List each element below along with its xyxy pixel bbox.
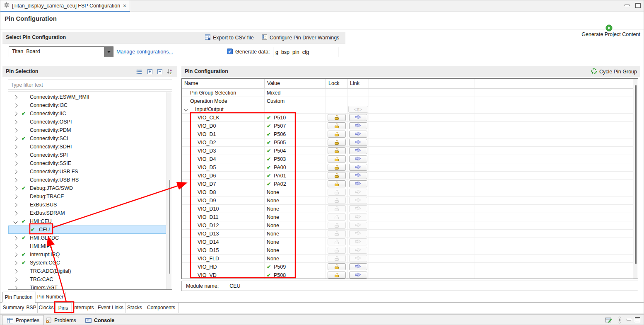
board-combobox[interactable]: Titan_Board (9, 46, 113, 57)
table-scrollbar[interactable] (633, 79, 638, 279)
manage-configurations-link[interactable]: Manage configurations... (116, 46, 173, 57)
tree-item-ceu[interactable]: ✔CEU (8, 226, 166, 234)
list-icon[interactable] (135, 68, 142, 75)
export-to-csv-button[interactable]: Export to CSV file (205, 33, 254, 42)
chevron-right-icon[interactable] (14, 194, 18, 199)
lock-button[interactable] (328, 131, 346, 138)
chevron-right-icon[interactable] (14, 145, 18, 149)
tab-stacks[interactable]: Stacks (125, 303, 144, 313)
tree-item-connectivity-i3c[interactable]: Connectivity:I3C (8, 101, 166, 109)
tree-item-timers-agt[interactable]: Timers:AGT (8, 284, 166, 290)
chevron-right-icon[interactable] (14, 211, 18, 215)
lock-button[interactable] (328, 164, 346, 171)
open-console-icon[interactable] (605, 317, 613, 325)
link-button[interactable] (349, 147, 367, 154)
tree-item-interrupt-irq[interactable]: ✔Interrupt:IRQ (8, 250, 166, 259)
tree-item-connectivity-spi[interactable]: Connectivity:SPI (8, 151, 166, 159)
tab-pin-function[interactable]: Pin Function (2, 292, 35, 303)
tree-item-exbus-bus[interactable]: ExBus:BUS (8, 201, 166, 209)
tree-item-connectivity-iic[interactable]: ✔Connectivity:IIC (8, 109, 166, 118)
chevron-right-icon[interactable] (14, 236, 18, 240)
chevron-right-icon[interactable] (14, 95, 18, 99)
chevron-right-icon[interactable] (14, 186, 18, 190)
chevron-right-icon[interactable] (14, 112, 18, 116)
link-button[interactable] (349, 272, 367, 279)
editor-tab-fsp-configuration[interactable]: [Titan_display_camera_ceu] FSP Configura… (0, 0, 130, 12)
tree-scrollbar[interactable] (166, 92, 172, 289)
link-button[interactable] (349, 122, 367, 129)
chevron-right-icon[interactable] (14, 269, 18, 273)
chevron-right-icon[interactable] (14, 277, 18, 281)
link-button[interactable] (349, 139, 367, 146)
close-icon[interactable]: × (123, 3, 126, 9)
link-button[interactable] (349, 263, 367, 270)
chevron-right-icon[interactable] (14, 161, 18, 165)
expand-all-icon[interactable] (146, 68, 153, 75)
tree-scrollbar-thumb[interactable] (169, 180, 170, 274)
tree-item-debug-jtag-swd[interactable]: ✔Debug:JTAG/SWD (8, 184, 166, 192)
lock-button[interactable] (328, 155, 346, 162)
tree-item-trg-adc-digital[interactable]: TRG:ADC(Digital) (8, 267, 166, 275)
tab-bsp[interactable]: BSP (25, 303, 38, 313)
play-icon[interactable] (605, 24, 613, 32)
tree-item-connectivity-ospi[interactable]: Connectivity:OSPI (8, 118, 166, 126)
tab-clocks[interactable]: Clocks (38, 303, 55, 313)
chevron-right-icon[interactable] (14, 128, 18, 132)
tab-event-links[interactable]: Event Links (96, 303, 125, 313)
lock-button[interactable] (328, 180, 346, 187)
lock-button[interactable] (328, 172, 346, 179)
tree-item-debug-trace[interactable]: Debug:TRACE (8, 192, 166, 201)
lock-button[interactable] (328, 139, 346, 146)
tab-interrupts[interactable]: Interrupts (71, 303, 96, 313)
tab-pins[interactable]: Pins (55, 303, 71, 313)
chevron-right-icon[interactable] (14, 136, 18, 141)
combo-dropdown-icon[interactable] (104, 47, 113, 57)
link-button[interactable] (349, 172, 367, 179)
chevron-right-icon[interactable] (14, 244, 18, 248)
chevron-right-icon[interactable] (14, 286, 18, 290)
generate-data-checkbox[interactable]: ✔ (227, 49, 233, 54)
tree-item-hmi-mipi[interactable]: HMI:MIPI (8, 242, 166, 250)
link-button[interactable] (349, 114, 367, 121)
chevron-down-icon[interactable] (14, 219, 18, 223)
tree-item-connectivity-sdhi[interactable]: Connectivity:SDHI (8, 143, 166, 151)
link-button[interactable] (349, 180, 367, 187)
tree-item-hmi-glcdc[interactable]: ✔HMI:GLCDC (8, 234, 166, 242)
tab-problems[interactable]: Problems (41, 315, 80, 325)
chevron-down-icon[interactable] (184, 107, 188, 112)
configure-pin-driver-warnings-button[interactable]: Configure Pin Driver Warnings (261, 33, 339, 42)
minimize-view-icon[interactable] (627, 319, 631, 320)
tree-item-hmi-ceu[interactable]: ✔HMI:CEU (8, 217, 166, 226)
chevron-right-icon[interactable] (14, 153, 18, 157)
link-button[interactable] (349, 155, 367, 162)
lock-button[interactable] (328, 147, 346, 154)
chevron-right-icon[interactable] (14, 103, 18, 107)
tab-components[interactable]: Components (144, 303, 178, 313)
chevron-right-icon[interactable] (14, 203, 18, 207)
tree-item-connectivity-ssie[interactable]: Connectivity:SSIE (8, 159, 166, 167)
tree-item-connectivity-sci[interactable]: ✔Connectivity:SCI (8, 134, 166, 143)
chevron-right-icon[interactable] (14, 120, 18, 124)
tree-item-connectivity-pdm[interactable]: Connectivity:PDM (8, 126, 166, 134)
lock-button[interactable] (328, 263, 346, 270)
sort-az-icon[interactable]: az (166, 68, 173, 75)
cycle-pin-group-button[interactable]: Cycle Pin Group (591, 67, 637, 76)
collapse-all-icon[interactable] (156, 68, 163, 75)
chevron-right-icon[interactable] (14, 261, 18, 265)
maximize-view-icon[interactable] (635, 317, 640, 322)
chevron-right-icon[interactable] (14, 252, 18, 257)
lock-button[interactable] (328, 114, 346, 121)
lock-button[interactable] (328, 272, 346, 279)
tab-summary[interactable]: Summary (2, 303, 25, 313)
link-button[interactable] (349, 131, 367, 138)
generate-data-input[interactable] (273, 47, 338, 57)
tree-item-exbus-sdram[interactable]: ExBus:SDRAM (8, 209, 166, 217)
chevron-right-icon[interactable] (14, 170, 18, 174)
tab-properties[interactable]: Properties (2, 315, 44, 325)
tree-item-connectivity-eswm-rmii[interactable]: Connectivity:ESWM_RMII (8, 93, 166, 101)
menu-dots-icon[interactable] (618, 316, 621, 325)
lock-button[interactable] (328, 122, 346, 129)
table-scrollbar-thumb[interactable] (635, 85, 637, 264)
tab-console[interactable]: Console (81, 315, 118, 325)
tree-item-connectivity-usb-fs[interactable]: Connectivity:USB FS (8, 167, 166, 176)
